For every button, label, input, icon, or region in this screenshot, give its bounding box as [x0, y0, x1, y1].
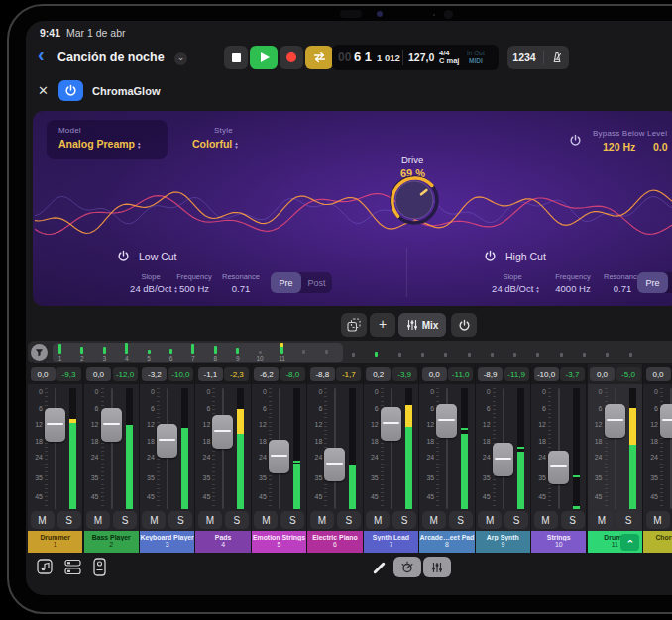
slope-value[interactable]: 24 dB/Oct▴▾ — [130, 283, 177, 294]
solo-button[interactable]: S — [280, 511, 304, 529]
mixer-button[interactable] — [423, 557, 451, 577]
fader-handle[interactable] — [548, 451, 569, 484]
slope-value[interactable]: 24 dB/Oct▴▾ — [492, 283, 539, 294]
fader-value-chip[interactable]: -6,2 — [254, 367, 279, 381]
mute-button[interactable]: M — [310, 511, 334, 529]
fader-handle[interactable] — [493, 443, 513, 476]
level-value[interactable]: 0.0 — [653, 141, 668, 153]
solo-button[interactable]: S — [168, 511, 192, 529]
solo-button[interactable]: S — [392, 511, 416, 529]
track-name-tab[interactable]: Pads4 — [195, 531, 250, 553]
fader-handle[interactable] — [324, 448, 345, 481]
close-plugin-button[interactable]: ✕ — [38, 83, 49, 98]
solo-button[interactable]: S — [616, 511, 640, 529]
resonance-value[interactable]: 0.71 — [614, 283, 632, 294]
stop-button[interactable] — [224, 46, 248, 69]
mixer-power-button[interactable] — [451, 313, 477, 337]
fader-value-chip[interactable]: -10,0 — [534, 367, 559, 381]
frequency-value[interactable]: 4000 Hz — [555, 283, 590, 294]
fader-value-chip[interactable]: 0,0 — [422, 367, 447, 381]
collapse-mixer-button[interactable]: ⌃ — [620, 534, 639, 551]
pencil-tool[interactable] — [373, 562, 386, 574]
fader-handle[interactable] — [381, 407, 401, 441]
mute-button[interactable]: M — [254, 511, 278, 529]
peak-value-chip[interactable]: -3,7 — [560, 367, 585, 381]
track-name-tab[interactable]: Electric Piano6 — [307, 531, 362, 553]
fader-handle[interactable] — [269, 440, 289, 473]
play-button[interactable] — [250, 46, 278, 69]
pre-button[interactable]: Pre — [271, 272, 301, 293]
fader-value-chip[interactable]: -8,9 — [478, 367, 503, 381]
fader-value-chip[interactable]: 0,0 — [646, 367, 671, 381]
tracks-view-icon[interactable] — [64, 559, 82, 575]
browser-icon[interactable] — [37, 559, 55, 575]
bypass-power-icon[interactable] — [569, 134, 582, 147]
mute-button[interactable]: M — [422, 511, 446, 529]
bypass-value[interactable]: 120 Hz — [603, 141, 635, 153]
track-name-tab[interactable]: Arp Synth9 — [476, 531, 530, 553]
track-name-tab[interactable]: Emotion Strings5 — [252, 531, 306, 553]
mute-button[interactable]: M — [198, 511, 222, 529]
post-button[interactable]: Post — [301, 272, 332, 293]
fader-value-chip[interactable]: 0,0 — [86, 367, 111, 381]
peak-value-chip[interactable]: -8,0 — [280, 367, 305, 381]
track-name-tab[interactable]: Chorus V — [643, 531, 672, 553]
resonance-value[interactable]: 0.71 — [232, 283, 251, 294]
model-selector[interactable]: Model Analog Preamp▴▾ — [47, 120, 168, 159]
peak-value-chip[interactable]: -9,3 — [56, 367, 81, 381]
cycle-button[interactable] — [305, 46, 333, 69]
channel-strip-icon[interactable] — [93, 558, 106, 576]
fader-handle[interactable] — [157, 424, 177, 458]
metronome-icon[interactable] — [550, 51, 564, 64]
plugin-power-button[interactable] — [58, 80, 83, 101]
mute-button[interactable]: M — [590, 511, 614, 529]
mute-button[interactable]: M — [534, 511, 558, 529]
fader-value-chip[interactable]: 0,0 — [590, 367, 615, 381]
automation-button[interactable] — [393, 557, 421, 577]
duplicate-button[interactable] — [341, 313, 367, 337]
peak-value-chip[interactable]: -2,3 — [224, 367, 249, 381]
project-menu-chevron[interactable]: ⌄ — [174, 52, 187, 65]
peak-value-chip[interactable]: -11,0 — [448, 367, 473, 381]
solo-button[interactable]: S — [561, 511, 585, 529]
fader-value-chip[interactable]: -1,1 — [198, 367, 223, 381]
fader-handle[interactable] — [660, 404, 672, 438]
track-name-tab[interactable]: Arcade…eet Pad8 — [419, 531, 474, 553]
frequency-value[interactable]: 500 Hz — [179, 283, 209, 294]
project-title[interactable]: Canción de noche — [57, 51, 165, 64]
peak-value-chip[interactable]: -5,0 — [616, 367, 641, 381]
high-cut-power-icon[interactable] — [484, 250, 497, 262]
solo-button[interactable]: S — [449, 511, 473, 529]
style-selector[interactable]: Style Colorful▴▾ — [179, 120, 288, 159]
lcd-display[interactable]: 00 6 1 1 012 127,0 4/4 C maj In Out MIDI — [332, 45, 499, 70]
fader-handle[interactable] — [605, 404, 625, 438]
fader-value-chip[interactable]: -3,2 — [142, 367, 167, 381]
mix-view-button[interactable]: Mix — [398, 313, 446, 337]
fader-value-chip[interactable]: 0,2 — [366, 367, 391, 381]
low-cut-power-icon[interactable] — [117, 250, 130, 262]
drive-knob[interactable] — [387, 172, 442, 228]
post-button[interactable]: Post — [668, 272, 672, 293]
solo-button[interactable]: S — [504, 511, 528, 529]
fader-value-chip[interactable]: 0,0 — [31, 367, 56, 381]
mute-button[interactable]: M — [646, 511, 670, 529]
fader-handle[interactable] — [212, 415, 233, 449]
peak-value-chip[interactable]: -10,0 — [168, 367, 193, 381]
solo-button[interactable]: S — [225, 511, 249, 529]
peak-value-chip[interactable]: -11,9 — [504, 367, 529, 381]
mute-button[interactable]: M — [86, 511, 110, 529]
solo-button[interactable]: S — [57, 511, 81, 529]
fader-handle[interactable] — [101, 408, 122, 442]
fader-value-chip[interactable]: -8,8 — [310, 367, 335, 381]
pre-button[interactable]: Pre — [637, 272, 668, 293]
solo-button[interactable]: S — [113, 511, 137, 529]
add-track-button[interactable]: + — [370, 313, 395, 337]
mute-button[interactable]: M — [366, 511, 390, 529]
mute-button[interactable]: M — [478, 511, 502, 529]
track-name-tab[interactable]: Synth Lead7 — [364, 531, 418, 553]
fader-handle[interactable] — [45, 408, 65, 442]
mute-button[interactable]: M — [31, 511, 55, 529]
track-name-tab[interactable]: Strings10 — [531, 531, 586, 553]
peak-value-chip[interactable]: -3,9 — [392, 367, 417, 381]
track-name-tab[interactable]: Bass Player2 — [84, 531, 139, 553]
